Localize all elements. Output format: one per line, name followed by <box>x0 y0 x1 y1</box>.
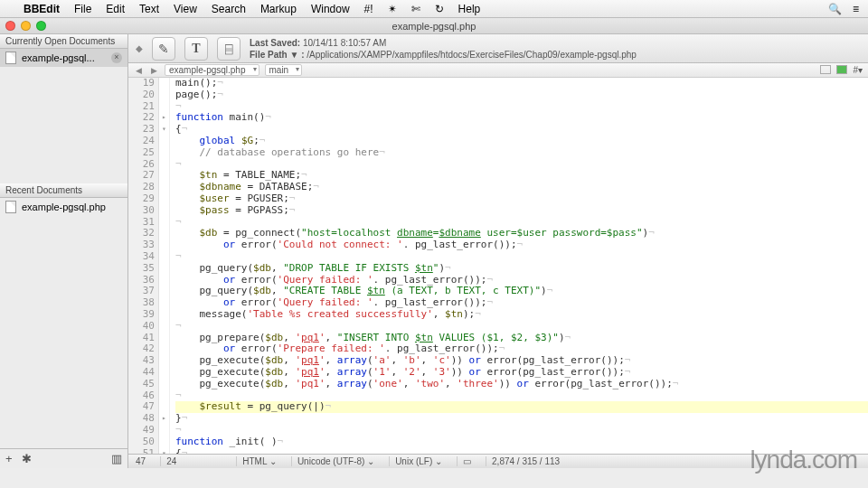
code-text[interactable]: main();¬page();¬¬function main()¬{¬ glob… <box>170 78 868 454</box>
add-button[interactable]: + <box>5 452 13 465</box>
menu-extra-icon[interactable]: ≡ <box>853 3 859 15</box>
symbol-dropdown[interactable]: main <box>265 64 303 76</box>
editor-pane: ◆ ✎ T ⌸ Last Saved: 10/14/11 8:10:57 AM … <box>128 34 868 468</box>
nav-option-icon[interactable] <box>820 65 831 74</box>
sidebar-footer: + ✱ ▥ <box>0 448 127 468</box>
menu-script-icon[interactable]: ✴︎ <box>388 3 397 15</box>
editor-toolbar: ◆ ✎ T ⌸ Last Saved: 10/14/11 8:10:57 AM … <box>128 34 868 63</box>
file-info: Last Saved: 10/14/11 8:10:57 AM File Pat… <box>250 37 637 61</box>
spotlight-icon[interactable]: 🔍 <box>828 3 842 15</box>
text-tool-button[interactable]: T <box>184 37 208 61</box>
document-icon <box>5 52 16 64</box>
saved-value: 10/14/11 8:10:57 AM <box>303 38 386 48</box>
line-gutter: 1920212223242526272829303132333435363738… <box>128 78 159 454</box>
menu-markup[interactable]: Markup <box>260 3 297 15</box>
recent-docs-header: Recent Documents <box>0 183 127 198</box>
gear-icon[interactable]: ✱ <box>22 452 32 465</box>
status-encoding[interactable]: Unicode (UTF-8) ⌄ <box>291 456 380 466</box>
open-docs-header: Currently Open Documents <box>0 34 127 49</box>
menu-file[interactable]: File <box>74 3 91 15</box>
status-position: 2,874 / 315 / 113 <box>486 456 565 466</box>
editor-navbar: ◀ ▶ example-pgsql.php main #▾ <box>128 63 868 78</box>
close-window-button[interactable] <box>5 21 15 31</box>
menu-help[interactable]: Help <box>458 3 481 15</box>
window-controls <box>5 21 46 31</box>
status-line: 47 <box>136 456 151 466</box>
nav-hash-icon[interactable]: #▾ <box>853 65 863 75</box>
status-bar: 47 24 HTML ⌄ Unicode (UTF-8) ⌄ Unix (LF)… <box>128 454 868 468</box>
info-tool-button[interactable]: ⌸ <box>217 37 241 61</box>
window-titlebar: example-pgsql.php <box>0 18 868 34</box>
saved-label: Last Saved: <box>250 38 300 48</box>
open-doc-name: example-pgsql... <box>22 52 95 63</box>
status-lineending[interactable]: Unix (LF) ⌄ <box>389 456 448 466</box>
window-title: example-pgsql.php <box>392 21 476 32</box>
nav-option-icon[interactable] <box>836 65 847 74</box>
menu-clip-icon[interactable]: ✄ <box>411 3 420 15</box>
file-dropdown[interactable]: example-pgsql.php <box>165 64 259 76</box>
sidebar: Currently Open Documents example-pgsql..… <box>0 34 128 468</box>
nav-fwd-button[interactable]: ▶ <box>149 66 159 75</box>
menu-edit[interactable]: Edit <box>106 3 125 15</box>
menu-view[interactable]: View <box>174 3 197 15</box>
document-icon <box>5 201 16 213</box>
app-menu[interactable]: BBEdit <box>24 3 60 15</box>
path-label[interactable]: File Path ▼ : <box>250 50 304 60</box>
doc-state-icon: ◆ <box>136 43 143 53</box>
recent-doc-name: example-pgsql.php <box>22 202 106 212</box>
status-col: 24 <box>160 456 182 466</box>
fold-gutter[interactable]: ▸▾▸▾ <box>159 78 170 454</box>
edit-tool-button[interactable]: ✎ <box>152 37 175 61</box>
menubar: BBEdit File Edit Text View Search Markup… <box>0 0 868 18</box>
menu-refresh-icon[interactable]: ↻ <box>435 3 444 15</box>
menu-window[interactable]: Window <box>311 3 350 15</box>
status-book-icon[interactable]: ▭ <box>457 456 476 466</box>
menu-shebang[interactable]: #! <box>364 3 373 15</box>
path-value: /Applications/XAMPP/xamppfiles/htdocs/Ex… <box>307 50 637 60</box>
code-area[interactable]: 1920212223242526272829303132333435363738… <box>128 78 868 454</box>
close-doc-button[interactable]: × <box>111 52 122 63</box>
recent-doc-item[interactable]: example-pgsql.php <box>0 198 127 216</box>
nav-back-button[interactable]: ◀ <box>134 66 144 75</box>
sidebar-toggle-icon[interactable]: ▥ <box>111 452 122 465</box>
open-doc-item[interactable]: example-pgsql... × <box>0 49 127 67</box>
menu-text[interactable]: Text <box>139 3 159 15</box>
status-lang[interactable]: HTML ⌄ <box>236 456 282 466</box>
zoom-window-button[interactable] <box>36 21 46 31</box>
menu-search[interactable]: Search <box>212 3 246 15</box>
minimize-window-button[interactable] <box>21 21 31 31</box>
